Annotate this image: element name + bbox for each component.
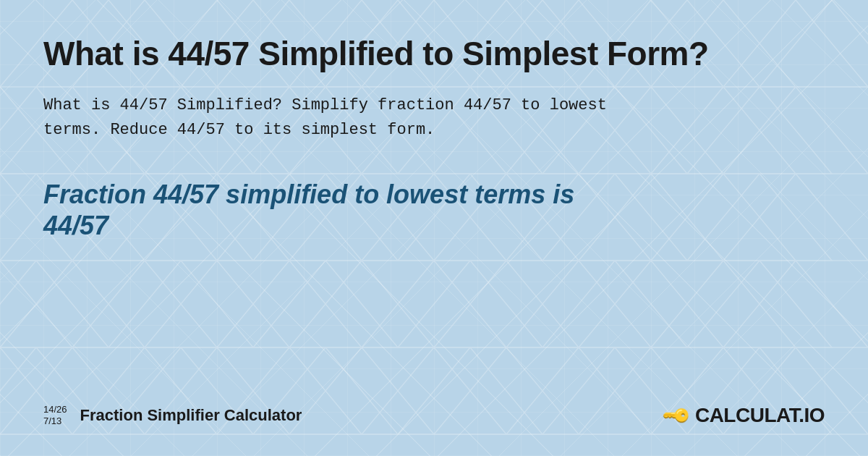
footer-fractions: 14/26 7/13 bbox=[43, 404, 67, 426]
page-content: What is 44/57 Simplified to Simplest For… bbox=[0, 0, 868, 456]
footer-site-title: Fraction Simplifier Calculator bbox=[80, 406, 302, 425]
description-line2: terms. Reduce 44/57 to its simplest form… bbox=[43, 121, 435, 139]
result-line2: 44/57 bbox=[43, 211, 109, 240]
description: What is 44/57 Simplified? Simplify fract… bbox=[43, 93, 825, 143]
page-title: What is 44/57 Simplified to Simplest For… bbox=[43, 35, 825, 73]
footer: 14/26 7/13 Fraction Simplifier Calculato… bbox=[43, 404, 825, 434]
result-line1: Fraction 44/57 simplified to lowest term… bbox=[43, 180, 574, 209]
description-line1: What is 44/57 Simplified? Simplify fract… bbox=[43, 96, 607, 114]
footer-logo: 🔑 CALCULAT.IO bbox=[665, 404, 825, 427]
key-icon: 🔑 bbox=[660, 400, 693, 432]
fraction-bottom: 7/13 bbox=[43, 415, 67, 427]
main-content: What is 44/57 Simplified to Simplest For… bbox=[43, 35, 825, 404]
result-heading: Fraction 44/57 simplified to lowest term… bbox=[43, 179, 825, 241]
fraction-top: 14/26 bbox=[43, 404, 67, 415]
logo-text: CALCULAT.IO bbox=[695, 404, 825, 427]
